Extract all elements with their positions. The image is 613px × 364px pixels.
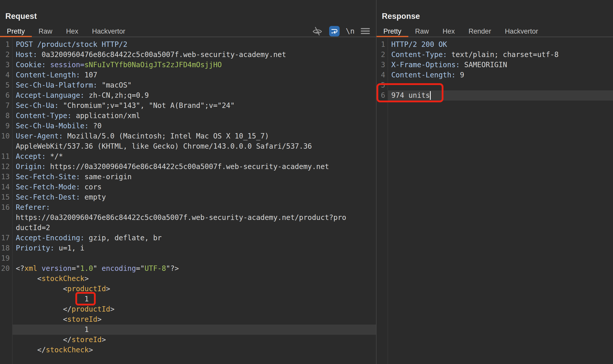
line-number	[0, 274, 12, 284]
code-line: Content-Length: 107	[12, 70, 376, 80]
line-number: 1	[0, 39, 12, 50]
tab-pretty[interactable]: Pretty	[0, 25, 32, 37]
code-row[interactable]: 8Content-Type: application/xml	[0, 111, 376, 121]
line-number	[0, 213, 12, 223]
line-number: 5	[0, 80, 12, 90]
code-row[interactable]: 3X-Frame-Options: SAMEORIGIN	[377, 60, 613, 70]
code-line: Cookie: session=sNFuIvTYfb0NaOigJTs2zJFD…	[12, 60, 376, 70]
response-tabs: PrettyRawHexRenderHackvertor	[377, 25, 545, 37]
request-code-rows: 1POST /product/stock HTTP/22Host: 0a3200…	[0, 39, 376, 355]
code-row[interactable]: 17Accept-Encoding: gzip, deflate, br	[0, 233, 376, 243]
code-row[interactable]: 6974 units	[377, 90, 613, 101]
code-line: Origin: https://0a3200960476e86c84422c5c…	[12, 162, 376, 172]
code-row[interactable]: 3Cookie: session=sNFuIvTYfb0NaOigJTs2zJF…	[0, 60, 376, 70]
code-row[interactable]: 7Sec-Ch-Ua: "Chromium";v="143", "Not A(B…	[0, 101, 376, 111]
code-line: Sec-Fetch-Dest: empty	[12, 192, 376, 202]
line-number: 6	[0, 90, 12, 101]
code-line: AppleWebKit/537.36 (KHTML, like Gecko) C…	[12, 141, 376, 151]
code-row[interactable]: 4Content-Length: 9	[377, 70, 613, 80]
code-row[interactable]: <productId>	[0, 284, 376, 294]
code-line: <storeId>	[12, 314, 376, 325]
word-wrap-icon[interactable]	[329, 26, 340, 36]
response-code-rows: 1HTTP/2 200 OK2Content-Type: text/plain;…	[377, 39, 613, 101]
code-row[interactable]: 1	[0, 294, 376, 304]
code-line: Host: 0a3200960476e86c84422c5c00a5007f.w…	[12, 50, 376, 60]
newline-toggle-icon[interactable]: \n	[346, 27, 355, 35]
code-row[interactable]: 13Sec-Fetch-Site: same-origin	[0, 172, 376, 182]
line-number: 4	[0, 70, 12, 80]
code-line: https://0a3200960476e86c84422c5c00a5007f…	[12, 213, 376, 223]
line-number: 4	[377, 70, 388, 80]
code-row[interactable]: https://0a3200960476e86c84422c5c00a5007f…	[0, 213, 376, 223]
tab-hex[interactable]: Hex	[59, 25, 85, 37]
code-row[interactable]: 9Sec-Ch-Ua-Mobile: ?0	[0, 121, 376, 131]
code-row[interactable]: 11Accept: */*	[0, 151, 376, 162]
panel-split-divider[interactable]	[376, 0, 377, 364]
tab-hex[interactable]: Hex	[436, 25, 462, 37]
line-number: 7	[0, 101, 12, 111]
code-row[interactable]: 2Host: 0a3200960476e86c84422c5c00a5007f.…	[0, 50, 376, 60]
code-row[interactable]: 14Sec-Fetch-Mode: cors	[0, 182, 376, 192]
code-row[interactable]: <stockCheck>	[0, 274, 376, 284]
editor-menu-icon[interactable]	[361, 27, 370, 35]
code-line: X-Frame-Options: SAMEORIGIN	[388, 60, 613, 70]
line-number	[0, 294, 12, 304]
code-line: User-Agent: Mozilla/5.0 (Macintosh; Inte…	[12, 131, 376, 141]
code-row[interactable]: 2Content-Type: text/plain; charset=utf-8	[377, 50, 613, 60]
response-editor[interactable]: 1HTTP/2 200 OK2Content-Type: text/plain;…	[377, 38, 613, 364]
request-editor[interactable]: 1POST /product/stock HTTP/22Host: 0a3200…	[0, 38, 376, 364]
line-number	[0, 284, 12, 294]
tab-raw[interactable]: Raw	[32, 25, 59, 37]
code-row[interactable]: 1	[0, 325, 376, 335]
code-row[interactable]: 19	[0, 253, 376, 263]
line-number	[0, 325, 12, 335]
tab-render[interactable]: Render	[462, 25, 498, 37]
code-line: Referer:	[12, 202, 376, 213]
tab-raw[interactable]: Raw	[408, 25, 436, 37]
hide-non-printable-icon[interactable]	[312, 26, 323, 36]
line-number: 11	[0, 151, 12, 162]
code-row[interactable]: 6Accept-Language: zh-CN,zh;q=0.9	[0, 90, 376, 101]
line-number: 14	[0, 182, 12, 192]
code-row[interactable]: 5	[377, 80, 613, 90]
code-row[interactable]: <storeId>	[0, 314, 376, 325]
tab-hackvertor[interactable]: Hackvertor	[498, 25, 545, 37]
code-line: Sec-Ch-Ua: "Chromium";v="143", "Not A(Br…	[12, 101, 376, 111]
code-row[interactable]: AppleWebKit/537.36 (KHTML, like Gecko) C…	[0, 141, 376, 151]
code-row[interactable]: 20<?xml version="1.0" encoding="UTF-8"?>	[0, 263, 376, 274]
line-number: 17	[0, 233, 12, 243]
code-row[interactable]: 1POST /product/stock HTTP/2	[0, 39, 376, 50]
code-row[interactable]: 18Priority: u=1, i	[0, 243, 376, 253]
line-number: 19	[0, 253, 12, 263]
code-line: ductId=2	[12, 223, 376, 233]
code-row[interactable]: </stockCheck>	[0, 345, 376, 355]
code-row[interactable]: 12Origin: https://0a3200960476e86c84422c…	[0, 162, 376, 172]
line-number: 10	[0, 131, 12, 141]
text-caret	[430, 91, 431, 100]
code-row[interactable]: </storeId>	[0, 335, 376, 345]
code-row[interactable]: 10User-Agent: Mozilla/5.0 (Macintosh; In…	[0, 131, 376, 141]
code-line: Content-Type: text/plain; charset=utf-8	[388, 50, 613, 60]
code-row[interactable]: 15Sec-Fetch-Dest: empty	[0, 192, 376, 202]
line-number: 12	[0, 162, 12, 172]
code-line: Accept: */*	[12, 151, 376, 162]
code-line: <?xml version="1.0" encoding="UTF-8"?>	[12, 263, 376, 274]
tab-hackvertor[interactable]: Hackvertor	[85, 25, 132, 37]
code-line: 974 units	[388, 90, 613, 101]
code-line: Content-Length: 9	[388, 70, 613, 80]
code-row[interactable]: ductId=2	[0, 223, 376, 233]
line-number	[0, 314, 12, 325]
response-tabbar: PrettyRawHexRenderHackvertor	[377, 25, 613, 37]
line-number	[0, 345, 12, 355]
response-panel-title: Response	[382, 12, 420, 21]
tab-pretty[interactable]: Pretty	[377, 25, 408, 37]
code-line: </stockCheck>	[12, 345, 376, 355]
code-row[interactable]: 4Content-Length: 107	[0, 70, 376, 80]
code-row[interactable]: 5Sec-Ch-Ua-Platform: "macOS"	[0, 80, 376, 90]
code-row[interactable]: </productId>	[0, 304, 376, 314]
code-row[interactable]: 1HTTP/2 200 OK	[377, 39, 613, 50]
code-row[interactable]: 16Referer:	[0, 202, 376, 213]
request-panel-title: Request	[5, 12, 37, 21]
line-number	[0, 335, 12, 345]
code-line: Sec-Ch-Ua-Platform: "macOS"	[12, 80, 376, 90]
